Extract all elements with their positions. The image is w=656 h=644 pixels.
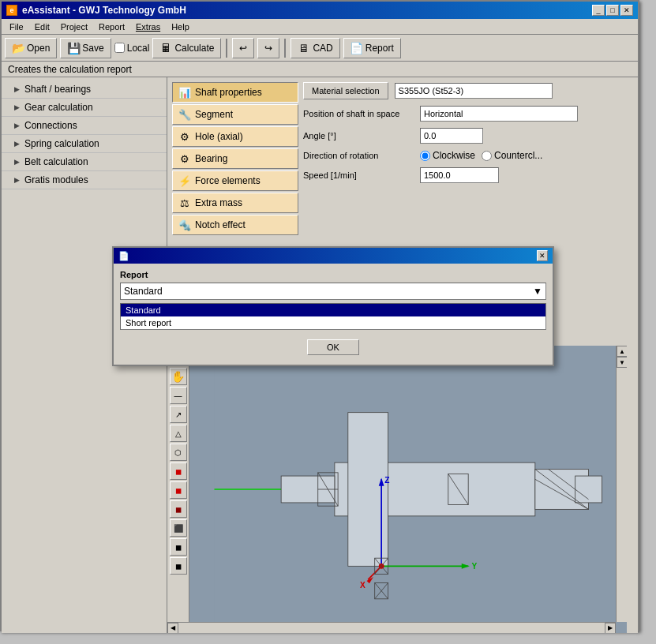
- dialog-dropdown[interactable]: Standard ▼: [120, 283, 546, 300]
- dialog-content: Report Standard ▼ Standard Short report …: [114, 264, 553, 365]
- dropdown-arrow-icon: ▼: [533, 286, 542, 297]
- main-window: e eAssistant - GWJ Technology GmbH _ □ ✕…: [0, 0, 639, 631]
- dialog-label: Report: [120, 270, 546, 279]
- dialog-overlay: 📄 ✕ Report Standard ▼ Standard Short rep…: [2, 2, 638, 630]
- dialog-dropdown-value: Standard: [124, 286, 163, 297]
- report-dialog: 📄 ✕ Report Standard ▼ Standard Short rep…: [112, 246, 554, 366]
- dialog-list-item-standard[interactable]: Standard: [121, 304, 545, 316]
- dialog-title-icon: 📄: [118, 251, 129, 261]
- dialog-close-button[interactable]: ✕: [537, 250, 548, 261]
- dialog-footer: OK: [120, 336, 546, 358]
- dialog-list: Standard Short report: [120, 303, 546, 330]
- dialog-title-bar: 📄 ✕: [114, 248, 553, 264]
- dialog-ok-button[interactable]: OK: [307, 339, 359, 355]
- dialog-list-item-short-report[interactable]: Short report: [121, 316, 545, 329]
